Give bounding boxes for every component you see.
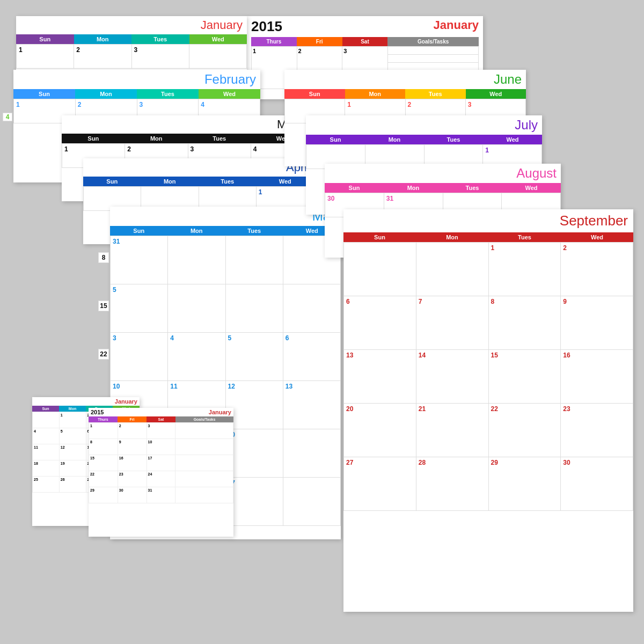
july-title: July [306,115,542,135]
september-grid: 1 2 6 7 8 9 13 14 15 16 20 21 22 23 27 2… [343,242,633,511]
jun-wed-header: Wed [466,89,526,99]
s1-d26: 26 [60,477,86,493]
september-day-headers: Sun Mon Tues Wed [343,232,633,242]
apr-sun-header: Sun [83,177,141,186]
aug-sun-header: Sun [325,183,384,193]
sep-cell-1: 1 [489,243,561,296]
jan-small-title-1: January [115,398,137,405]
may-cell-b8 [283,429,341,478]
sep-cell-7: 7 [416,296,489,350]
jun-mon-header: Mon [345,89,406,99]
s2-d24: 24 [147,471,176,487]
s2-d3: 3 [147,423,176,439]
may-cell-b6 [283,284,341,333]
sep-cell-21: 21 [416,404,489,457]
sep-sun-header: Sun [343,232,416,242]
may-side-8: 8 [98,252,109,263]
apr-tues-header: Tues [199,177,257,186]
september-title: September [343,209,633,232]
fri-header: Fri [297,37,342,46]
may-cell-5r: 5 [111,284,168,333]
jan-small-title-2: January [209,409,231,415]
goals-header: Goals/Tasks [387,37,479,46]
jun-tues-header: Tues [405,89,466,99]
may-cell-27: 27 [226,478,283,526]
sep-cell-22: 22 [489,404,561,457]
jan-cell-3: 3 [132,45,189,69]
feb-wed-header: Wed [199,89,260,99]
jan-sun-header: Sun [16,34,74,44]
may-day-headers: Sun Mon Tues Wed [110,226,341,236]
sep-cell-28: 28 [416,457,489,511]
may-cell-3: 3 [111,333,168,381]
july-day-headers: Sun Mon Tues Wed [306,135,542,144]
sep-cell-27: 27 [344,457,416,511]
apr-mon-header: Mon [141,177,199,186]
jan-small-rainbow: Thurs Fri Sat Goals/Tasks [89,416,233,422]
feb-tues-header: Tues [137,89,199,99]
s2-fri: Fri [118,416,147,422]
aug-tues-header: Tues [443,183,502,193]
june-day-headers: Sun Mon Tues Wed [284,89,526,99]
june-title: June [284,70,526,89]
s2-d15: 15 [89,455,118,471]
s2-thurs: Thurs [89,416,118,422]
sep-cell-b1 [344,243,416,296]
sep-wed-header: Wed [561,232,633,242]
mar-mon-header: Mon [125,134,188,143]
jan-tues-header: Tues [131,34,189,44]
s2-d23: 23 [118,471,147,487]
may-cell-12: 12 [226,381,283,429]
s2-d10: 10 [147,439,176,455]
s2-goals-5 [175,487,233,503]
may-cell-4: 4 [168,333,225,381]
jan-cell-1: 1 [17,45,74,69]
feb-side-4: 4 [3,113,12,121]
april-title: April [83,158,314,177]
s1-sun: Sun [32,406,59,412]
s2-d31: 31 [147,487,176,503]
february-day-headers: Sun Mon Tues Wed [13,89,260,99]
mar-sun-header: Sun [62,134,125,143]
sep-cell-16: 16 [561,350,633,404]
may-cell-b1 [168,236,225,284]
sep-cell-6: 6 [344,296,416,350]
sat-header: Sat [342,37,388,46]
s2-d29: 29 [89,487,118,503]
year-label: 2015 [251,18,282,35]
may-cell-b5 [226,284,283,333]
s2-goals-4 [175,471,233,487]
may-side-22: 22 [98,349,109,360]
jul-mon-header: Mon [365,135,424,144]
sep-cell-29: 29 [489,457,561,511]
jan-mon-header: Mon [74,34,132,44]
feb-mon-header: Mon [75,89,137,99]
s2-sat: Sat [147,416,175,422]
march-day-headers: Sun Mon Tues Wed [62,134,314,143]
s2-d2: 2 [118,423,147,439]
may-cell-6: 6 [283,333,341,381]
jul-sun-header: Sun [306,135,365,144]
august-day-headers: Sun Mon Tues Wed [325,183,561,193]
sep-cell-15: 15 [489,350,561,404]
march-title: March [62,115,314,134]
jan-cell-blank [189,45,247,69]
may-cell-b10 [283,478,341,526]
s2-goals-2 [175,439,233,455]
s1-d18: 18 [33,460,60,477]
sep-cell-14: 14 [416,350,489,404]
april-day-headers: Sun Mon Tues Wed [83,177,314,186]
s1-d12: 12 [60,444,86,460]
apr-wed-header: Wed [257,177,314,186]
may-side-15: 15 [98,301,109,311]
s1-d11: 11 [33,444,60,460]
jan-title-right: January [434,18,479,35]
september-calendar: September Sun Mon Tues Wed 1 2 6 7 8 9 1… [343,209,633,612]
january-small-calendar-2: 2015 January Thurs Fri Sat Goals/Tasks 1… [89,408,233,537]
february-title: February [13,70,260,89]
jan-small-year-2: 2015 [91,409,104,415]
aug-mon-header: Mon [384,183,443,193]
sep-cell-20: 20 [344,404,416,457]
s2-d16: 16 [118,455,147,471]
s2-d9: 9 [118,439,147,455]
